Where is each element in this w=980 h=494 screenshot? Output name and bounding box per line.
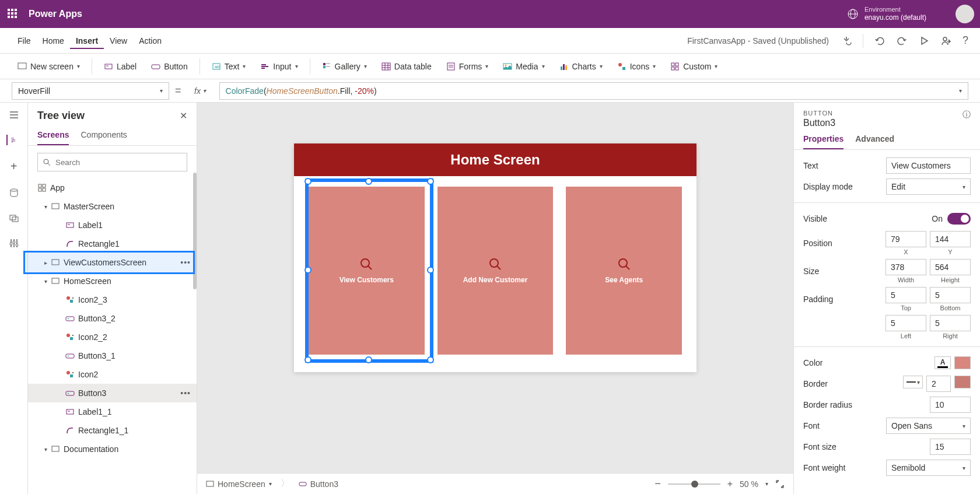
label-button[interactable]: Label (98, 59, 142, 74)
undo-icon[interactable] (874, 35, 886, 47)
pad-right-input[interactable]: 5 (930, 315, 971, 331)
breadcrumb-control[interactable]: Button3 (299, 479, 338, 489)
border-style-button[interactable]: ▾ (903, 376, 923, 388)
tree-search[interactable] (37, 153, 187, 171)
chevron-down-icon[interactable]: ▾ (765, 481, 768, 487)
tools-icon[interactable] (9, 238, 19, 248)
tree-item-documentation[interactable]: ▾Documentation (28, 440, 197, 458)
rect-icon (65, 426, 75, 435)
card-view-customers[interactable]: View Customers (309, 187, 425, 355)
help-icon[interactable]: ? (963, 34, 968, 47)
fill-color-button[interactable] (954, 356, 971, 369)
tab-components[interactable]: Components (80, 125, 127, 145)
more-icon[interactable]: ••• (180, 388, 191, 398)
width-input[interactable]: 378 (886, 259, 926, 275)
play-icon[interactable] (918, 35, 930, 47)
font-select[interactable]: Open Sans▾ (886, 418, 971, 434)
chevron-down-icon[interactable]: ▾ (44, 446, 47, 453)
tab-advanced[interactable]: Advanced (855, 134, 894, 149)
zoom-in-icon[interactable]: + (727, 479, 733, 489)
tree-item-masterscreen[interactable]: ▾MasterScreen (28, 197, 197, 216)
pos-y-input[interactable]: 144 (930, 231, 971, 247)
redo-icon[interactable] (896, 35, 908, 47)
prop-text-input[interactable]: View Customers (886, 157, 971, 174)
prop-mode-select[interactable]: Edit▾ (886, 178, 971, 195)
tab-properties[interactable]: Properties (803, 134, 844, 149)
pad-top-input[interactable]: 5 (886, 287, 926, 303)
button-button[interactable]: Button (145, 59, 193, 74)
menu-action[interactable]: Action (133, 33, 167, 49)
chevron-right-icon[interactable]: ▸ (44, 260, 47, 266)
user-avatar[interactable] (956, 5, 974, 23)
scrollbar[interactable] (193, 173, 197, 289)
screen-preview[interactable]: Home Screen View Customers Add New Custo… (294, 143, 696, 372)
zoom-slider[interactable] (668, 484, 720, 485)
chevron-down-icon[interactable]: ▾ (44, 278, 47, 285)
media-rail-icon[interactable] (9, 213, 19, 223)
tree-item-app[interactable]: App (28, 178, 197, 197)
chevron-down-icon[interactable]: ▾ (44, 204, 47, 210)
font-color-button[interactable]: A (935, 356, 951, 369)
custom-button[interactable]: Custom▾ (664, 59, 723, 74)
height-input[interactable]: 564 (930, 259, 971, 275)
menu-view[interactable]: View (104, 33, 133, 49)
gallery-button[interactable]: Gallery▾ (316, 59, 373, 74)
tree-item-button3_1[interactable]: Button3_1 (28, 346, 197, 365)
fit-icon[interactable] (775, 479, 785, 489)
visible-toggle[interactable] (947, 213, 971, 225)
card-see-agents[interactable]: See Agents (566, 187, 682, 355)
tree-item-label1_1[interactable]: Label1_1 (28, 402, 197, 421)
menu-file[interactable]: File (12, 33, 37, 49)
close-icon[interactable]: ✕ (180, 110, 187, 121)
search-input[interactable] (55, 158, 182, 167)
text-button[interactable]: ab Text▾ (206, 59, 252, 74)
svg-rect-51 (43, 184, 46, 187)
share-icon[interactable] (940, 35, 952, 47)
tree-item-label1[interactable]: Label1 (28, 216, 197, 234)
border-width-input[interactable]: 2 (926, 376, 951, 392)
tree-view-icon[interactable] (6, 135, 17, 145)
hamburger-icon[interactable] (9, 110, 19, 120)
tree-item-icon2_2[interactable]: Icon2_2 (28, 328, 197, 346)
border-color-button[interactable] (954, 376, 971, 388)
input-button[interactable]: Input▾ (254, 59, 303, 74)
more-icon[interactable]: ••• (180, 258, 191, 267)
forms-button[interactable]: Forms▾ (440, 59, 495, 74)
icons-button[interactable]: Icons▾ (611, 59, 662, 74)
card-add-customer[interactable]: Add New Customer (438, 187, 554, 355)
gallery-icon (322, 62, 331, 71)
tree-item-button3_2[interactable]: Button3_2 (28, 309, 197, 328)
menu-insert[interactable]: Insert (70, 33, 104, 49)
tab-screens[interactable]: Screens (37, 125, 69, 145)
pad-left-input[interactable]: 5 (886, 315, 926, 331)
pad-bottom-input[interactable]: 5 (930, 287, 971, 303)
breadcrumb-screen[interactable]: HomeScreen▾ (206, 479, 272, 489)
media-button[interactable]: Media▾ (497, 59, 550, 74)
tree-item-icon2_3[interactable]: Icon2_3 (28, 290, 197, 309)
tree-item-rectangle1[interactable]: Rectangle1 (28, 234, 197, 253)
data-icon[interactable] (9, 188, 19, 198)
tree-item-rectangle1_1[interactable]: Rectangle1_1 (28, 421, 197, 440)
fsize-input[interactable]: 15 (930, 439, 971, 455)
tree-item-button3[interactable]: Button3••• (28, 384, 197, 402)
pos-x-input[interactable]: 79 (886, 231, 926, 247)
tree-item-homescreen[interactable]: ▾HomeScreen (28, 272, 197, 290)
tree-item-icon2[interactable]: Icon2 (28, 365, 197, 384)
radius-input[interactable]: 10 (930, 397, 971, 413)
formula-input[interactable]: ColorFade(HomeScreenButton.Fill, -20%) ▾ (219, 82, 968, 100)
menu-home[interactable]: Home (37, 33, 70, 49)
environment-picker[interactable]: Environment enayu.com (default) (847, 6, 926, 22)
add-icon[interactable]: + (10, 160, 18, 173)
charts-button[interactable]: Charts▾ (554, 59, 608, 74)
new-screen-button[interactable]: New screen▾ (12, 59, 86, 74)
environment-label: Environment (864, 6, 926, 13)
fweight-select[interactable]: Semibold▾ (886, 460, 971, 476)
datatable-button[interactable]: Data table (376, 59, 438, 74)
insert-ribbon: New screen▾ Label Button ab Text▾ Input▾… (0, 54, 980, 79)
zoom-out-icon[interactable]: − (654, 478, 661, 490)
help-icon[interactable]: ⓘ (963, 110, 971, 120)
app-checker-icon[interactable] (841, 35, 852, 47)
property-selector[interactable]: HoverFill▾ (12, 82, 169, 100)
waffle-icon[interactable] (6, 7, 20, 21)
tree-item-viewcustomersscreen[interactable]: ▸ViewCustomersScreen••• (28, 253, 197, 272)
